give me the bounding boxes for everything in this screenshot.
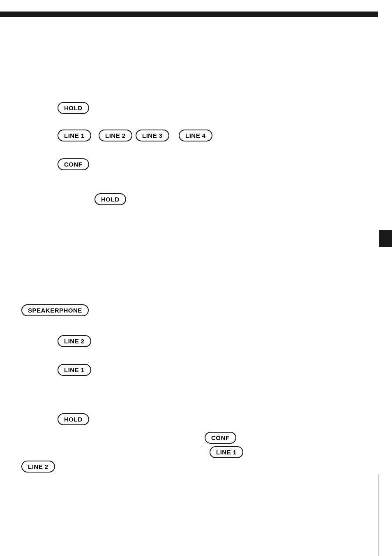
conf-button-2[interactable]: CONF — [205, 432, 236, 444]
conf-button-1[interactable]: CONF — [58, 158, 89, 170]
line3-button[interactable]: LINE 3 — [136, 130, 169, 141]
line2-button-top[interactable]: LINE 2 — [99, 130, 132, 141]
right-tab — [379, 230, 392, 247]
line4-button[interactable]: LINE 4 — [179, 130, 212, 141]
line2-button-bottom[interactable]: LINE 2 — [21, 461, 55, 473]
hold-button-2[interactable]: HOLD — [95, 193, 126, 205]
line1-button-bottom[interactable]: LINE 1 — [210, 446, 243, 458]
hold-button-1[interactable]: HOLD — [58, 102, 89, 114]
speakerphone-button[interactable]: SPEAKERPHONE — [21, 304, 89, 316]
top-bar — [0, 12, 378, 17]
page-container: HOLD LINE 1 LINE 2 LINE 3 LINE 4 CONF HO… — [0, 0, 392, 556]
hold-button-3[interactable]: HOLD — [58, 413, 89, 425]
line1-button-top[interactable]: LINE 1 — [58, 130, 91, 141]
line2-button-mid[interactable]: LINE 2 — [58, 335, 91, 347]
line1-button-mid[interactable]: LINE 1 — [58, 364, 91, 376]
bottom-right-line — [378, 474, 379, 556]
